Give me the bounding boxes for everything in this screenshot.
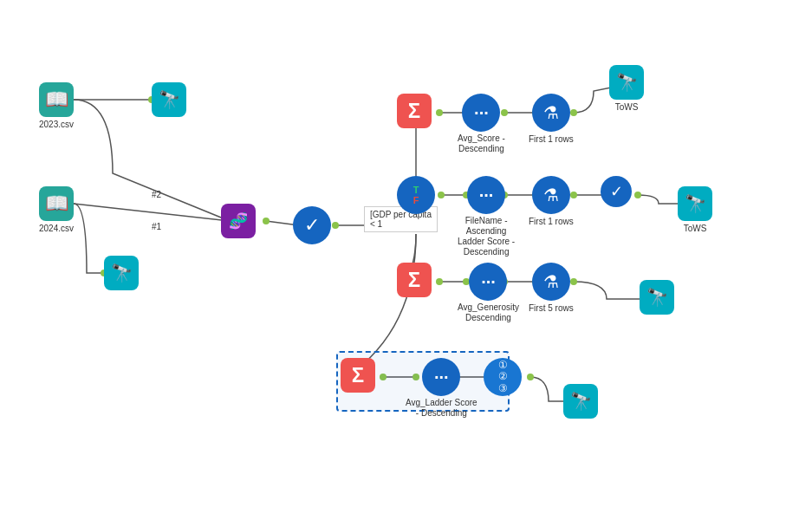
- node-2024csv[interactable]: 📖 2024.csv: [39, 186, 74, 234]
- svg-point-7: [436, 109, 443, 116]
- node-sort2-label: FileName -AscendingLadder Score -Descend…: [458, 216, 515, 257]
- svg-text:#1: #1: [152, 222, 162, 231]
- node-sigma1[interactable]: Σ: [397, 94, 432, 128]
- node-bino2[interactable]: 🔭 ToWS: [678, 186, 712, 234]
- svg-point-3: [263, 218, 270, 224]
- node-sort2[interactable]: ··· FileName -AscendingLadder Score -Des…: [458, 176, 515, 257]
- svg-point-4: [332, 222, 339, 229]
- node-tube1[interactable]: ⚗ First 1 rows: [529, 94, 574, 145]
- node-sigma3[interactable]: Σ: [341, 358, 375, 393]
- node-sort4[interactable]: ··· Avg_Ladder Score- Descending: [406, 358, 477, 419]
- node-bino-mid[interactable]: 🔭: [104, 256, 139, 290]
- node-concat[interactable]: 🧬: [221, 204, 256, 238]
- node-tube1-label: First 1 rows: [529, 134, 574, 145]
- node-bino4[interactable]: 🔭: [563, 384, 598, 419]
- node-bino2-label: ToWS: [684, 224, 707, 234]
- node-sort4-label: Avg_Ladder Score- Descending: [406, 398, 477, 419]
- node-sigma2[interactable]: Σ: [397, 263, 432, 297]
- node-bino1-label: ToWS: [615, 102, 639, 113]
- node-tube3[interactable]: ⚗ First 5 rows: [529, 263, 574, 314]
- node-rownum[interactable]: ①②③: [484, 358, 522, 396]
- node-sort3[interactable]: ··· Avg_GenerosityDescending: [458, 263, 519, 323]
- node-sort1[interactable]: ··· Avg_Score -Descending: [458, 94, 505, 154]
- svg-point-23: [436, 278, 443, 285]
- node-tube2-label: First 1 rows: [529, 217, 574, 227]
- workflow-canvas: #2 #1 📖 2023.csv 📖 2024.csv 🔭 🔭 🧬: [0, 0, 812, 520]
- node-tube3-label: First 5 rows: [529, 303, 574, 314]
- node-joiner[interactable]: ✓: [293, 206, 331, 244]
- node-2023csv-label: 2023.csv: [39, 120, 74, 130]
- node-tf-filter[interactable]: T F: [397, 176, 435, 214]
- node-2023csv[interactable]: 📖 2023.csv: [39, 82, 74, 130]
- node-sort1-label: Avg_Score -Descending: [458, 133, 505, 154]
- node-bino3[interactable]: 🔭: [640, 280, 674, 315]
- node-bino1[interactable]: 🔭 ToWS: [609, 65, 644, 113]
- svg-point-14: [438, 192, 445, 198]
- node-2024csv-label: 2024.csv: [39, 224, 74, 234]
- svg-text:#2: #2: [152, 190, 162, 199]
- node-bino-top[interactable]: 🔭: [152, 82, 186, 117]
- node-sort3-label: Avg_GenerosityDescending: [458, 302, 519, 323]
- node-check2[interactable]: ✓: [601, 176, 632, 207]
- svg-point-34: [527, 374, 534, 380]
- node-tube2[interactable]: ⚗ First 1 rows: [529, 176, 574, 227]
- svg-point-20: [634, 192, 641, 198]
